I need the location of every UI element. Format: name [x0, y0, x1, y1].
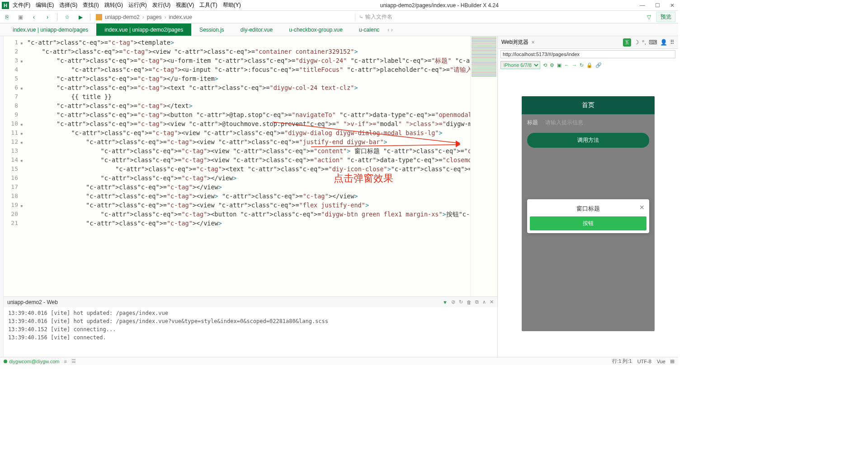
code-body[interactable]: "c-attr">class"c-eq">="c-tag"><template>… — [21, 36, 470, 296]
lock-icon[interactable]: 🔒 — [586, 62, 593, 68]
indent-icon[interactable]: ≡ — [64, 359, 66, 364]
menu-find[interactable]: 查找(I) — [83, 1, 99, 9]
breadcrumb: uniapp-demo2 › pages › index.vue — [96, 14, 192, 20]
menu-help[interactable]: 帮助(Y) — [223, 1, 241, 9]
status-grid-icon[interactable]: ▦ — [670, 358, 675, 364]
menu-select[interactable]: 选择(S) — [59, 1, 77, 9]
browser-tab-label: Web浏览器 — [501, 38, 528, 46]
preview-button[interactable]: 预览 — [656, 12, 675, 22]
status-encoding[interactable]: UTF-8 — [637, 359, 651, 364]
modal-action-button[interactable]: 按钮 — [530, 216, 646, 230]
modal-close-icon[interactable]: ✕ — [639, 204, 645, 211]
menu-file[interactable]: 文件(F) — [13, 1, 30, 9]
menu-goto[interactable]: 跳转(G) — [104, 1, 123, 9]
device-frame: 首页 标题 请输入提示信息 调用方法 窗口标题 ✕ 按钮 — [498, 70, 678, 357]
devtools-icon[interactable]: ▣ — [557, 62, 561, 68]
editor-tabs: index.vue | uniapp-demo/pages index.vue … — [0, 23, 678, 36]
menu-tools[interactable]: 工具(T) — [199, 1, 217, 9]
console-line: 13:39:40.016 [vite] hot updated: /pages/… — [8, 309, 493, 317]
close-button[interactable]: ✕ — [668, 2, 676, 9]
tab-diy-editor[interactable]: diy-editor.vue — [232, 23, 281, 36]
ime-icon[interactable]: 五 — [623, 38, 631, 47]
console-line: 13:39:40.152 [vite] connecting... — [8, 325, 493, 333]
phone-main-button[interactable]: 调用方法 — [527, 133, 649, 148]
console-trash-icon[interactable]: 🗑 — [467, 300, 472, 305]
console-refresh-icon[interactable]: ↻ — [459, 299, 463, 305]
link-icon[interactable]: 🔗 — [595, 62, 602, 68]
minimap[interactable] — [470, 36, 497, 296]
browser-controls: iPhone 6/7/8 ⟲ ⚙ ▣ ← → ↻ 🔒 🔗 — [498, 60, 678, 70]
folder-icon — [96, 14, 102, 20]
console-header: uniapp-demo2 - Web ▼ ⊘ ↻ 🗑 ⧉ ∧ ✕ — [4, 296, 497, 307]
file-search[interactable]: ⤷ 输入文件名 — [355, 13, 481, 21]
person-icon[interactable]: 👤 — [660, 39, 667, 46]
toolbar: ⎘ ▣ ‹ › ☆ ▶ uniapp-demo2 › pages › index… — [0, 11, 678, 23]
menu-run[interactable]: 运行(R) — [128, 1, 147, 9]
annotation-text: 点击弹窗效果 — [334, 172, 393, 185]
browser-panel: Web浏览器 × 五 ☽ °, ⌨ 👤 ⠿ iPhone 6/7/8 ⟲ ⚙ ▣… — [497, 36, 678, 357]
status-account[interactable]: diygwcom@diygw.com — [9, 359, 59, 364]
breadcrumb-item[interactable]: uniapp-demo2 — [105, 14, 140, 20]
breadcrumb-item[interactable]: pages — [147, 14, 162, 20]
grid-icon[interactable]: ⠿ — [670, 39, 675, 46]
console-copy-icon[interactable]: ⧉ — [475, 299, 479, 305]
forward-icon[interactable]: › — [43, 13, 52, 21]
tab-index-demo[interactable]: index.vue | uniapp-demo/pages — [5, 23, 96, 36]
keyboard-icon[interactable]: ⌨ — [649, 39, 657, 46]
phone-header: 首页 — [522, 96, 655, 114]
list-icon[interactable]: ☰ — [71, 358, 76, 364]
maximize-button[interactable]: ☐ — [653, 2, 662, 9]
menu-edit[interactable]: 编辑(E) — [36, 1, 54, 9]
tab-index-demo2[interactable]: index.vue | uniapp-demo2/pages — [96, 23, 191, 36]
moon-icon[interactable]: ☽ — [634, 39, 639, 46]
console-expand-icon[interactable]: ∧ — [482, 299, 486, 305]
separator — [57, 14, 57, 21]
save-icon[interactable]: ⎘ — [3, 13, 11, 21]
statusbar: diygwcom@diygw.com ≡ ☰ 行:1 列:1 UTF-8 Vue… — [0, 357, 678, 365]
console-output[interactable]: 13:39:40.016 [vite] hot updated: /pages/… — [4, 307, 497, 357]
device-select[interactable]: iPhone 6/7/8 — [500, 61, 540, 69]
star-icon[interactable]: ☆ — [63, 13, 71, 21]
editor-column: 123456789101112131415161718192021 "c-att… — [4, 36, 497, 357]
form-placeholder[interactable]: 请输入提示信息 — [545, 119, 583, 127]
menu-publish[interactable]: 发行(U) — [152, 1, 171, 9]
chevron-right-icon: › — [164, 14, 166, 20]
status-position: 行:1 列:1 — [612, 358, 632, 365]
console-title: uniapp-demo2 - Web — [7, 299, 58, 305]
play-icon[interactable]: ▶ — [76, 13, 85, 21]
tab-calendar[interactable]: u-calenc — [351, 23, 387, 36]
nav-forward-icon[interactable]: → — [572, 62, 577, 68]
code-editor[interactable]: 123456789101112131415161718192021 "c-att… — [4, 36, 497, 296]
modal-title-text: 窗口标题 — [576, 205, 600, 213]
sync-icon[interactable]: ⟲ — [543, 62, 547, 68]
back-icon[interactable]: ‹ — [30, 13, 38, 21]
terminal-icon[interactable]: ▣ — [16, 13, 24, 21]
form-label: 标题 — [527, 119, 538, 127]
breadcrumb-item[interactable]: index.vue — [169, 14, 192, 20]
url-input[interactable] — [500, 50, 675, 58]
status-language[interactable]: Vue — [657, 359, 665, 364]
filter-icon[interactable]: ▽ — [645, 13, 653, 21]
settings-icon[interactable]: ⚙ — [550, 62, 554, 68]
modal-title-row: 窗口标题 ✕ — [530, 202, 646, 216]
console-close-icon[interactable]: ✕ — [490, 299, 494, 305]
temp-icon[interactable]: °, — [642, 39, 646, 46]
phone-form-row: 标题 请输入提示信息 — [522, 114, 655, 131]
nav-back-icon[interactable]: ← — [564, 62, 569, 68]
tab-checkbox-group[interactable]: u-checkbox-group.vue — [281, 23, 351, 36]
chevron-right-icon: › — [142, 14, 144, 20]
tab-session[interactable]: Session.js — [191, 23, 232, 36]
search-placeholder: 输入文件名 — [365, 13, 392, 21]
console-down-icon[interactable]: ▼ — [443, 300, 448, 305]
phone-preview[interactable]: 首页 标题 请输入提示信息 调用方法 窗口标题 ✕ 按钮 — [522, 96, 655, 331]
menu-view[interactable]: 视图(V) — [176, 1, 194, 9]
window-title: uniapp-demo2/pages/index.vue - HBuilder … — [241, 2, 638, 9]
minimize-button[interactable]: — — [638, 2, 647, 9]
reload-icon[interactable]: ↻ — [580, 62, 584, 68]
browser-tab-close-icon[interactable]: × — [531, 39, 534, 46]
console-stop-icon[interactable]: ⊘ — [451, 299, 455, 305]
browser-tab-bar: Web浏览器 × 五 ☽ °, ⌨ 👤 ⠿ — [498, 36, 678, 49]
search-icon: ⤷ — [359, 14, 363, 20]
tab-scroll-icon[interactable]: ‹ › — [387, 23, 395, 36]
console-line: 13:39:40.156 [vite] connected. — [8, 333, 493, 342]
